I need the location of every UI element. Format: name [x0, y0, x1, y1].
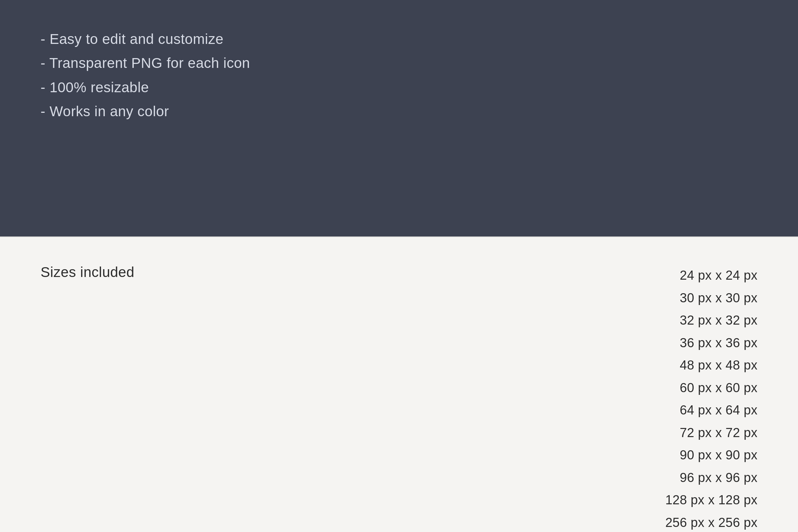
- size-item-9: 90 px x 90 px: [665, 444, 758, 467]
- size-item-5: 48 px x 48 px: [665, 354, 758, 377]
- feature-item-2: - Transparent PNG for each icon: [40, 51, 758, 75]
- size-item-10: 96 px x 96 px: [665, 467, 758, 489]
- size-item-8: 72 px x 72 px: [665, 421, 758, 444]
- sizes-list: 24 px x 24 px 30 px x 30 px 32 px x 32 p…: [665, 264, 758, 532]
- top-section: - Easy to edit and customize - Transpare…: [0, 0, 798, 236]
- feature-item-3: - 100% resizable: [40, 75, 758, 99]
- features-list: - Easy to edit and customize - Transpare…: [40, 27, 758, 124]
- size-item-11: 128 px x 128 px: [665, 489, 758, 511]
- bottom-section: Sizes included 24 px x 24 px 30 px x 30 …: [0, 237, 798, 532]
- feature-item-1: - Easy to edit and customize: [40, 27, 758, 51]
- feature-item-4: - Works in any color: [40, 99, 758, 123]
- size-item-7: 64 px x 64 px: [665, 399, 758, 421]
- sizes-label: Sizes included: [40, 264, 134, 280]
- size-item-2: 30 px x 30 px: [665, 287, 758, 309]
- size-item-1: 24 px x 24 px: [665, 264, 758, 287]
- size-item-4: 36 px x 36 px: [665, 332, 758, 354]
- size-item-6: 60 px x 60 px: [665, 377, 758, 399]
- size-item-12: 256 px x 256 px: [665, 511, 758, 532]
- size-item-3: 32 px x 32 px: [665, 309, 758, 332]
